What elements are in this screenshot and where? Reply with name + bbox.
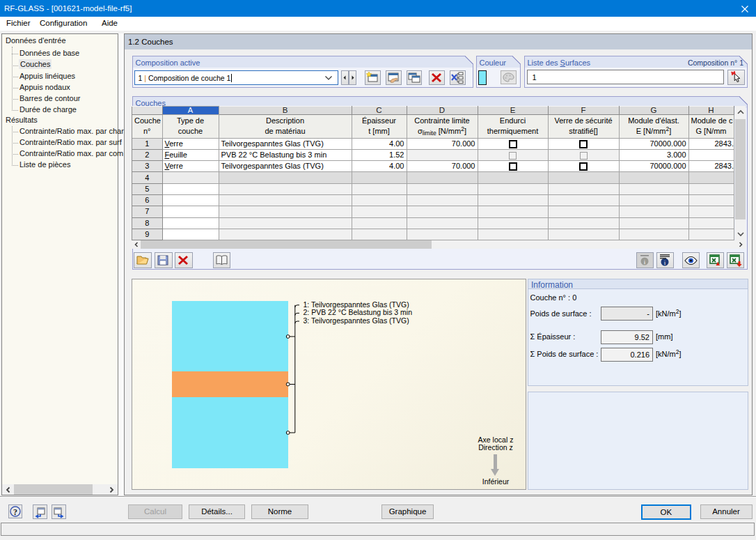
svg-text:?: ? xyxy=(13,507,17,517)
